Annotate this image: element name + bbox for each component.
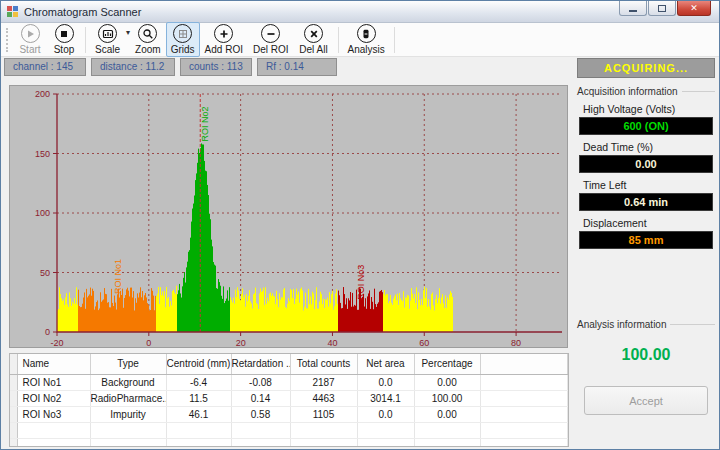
app-icon: [7, 6, 19, 18]
col-name[interactable]: Name: [17, 354, 90, 374]
svg-text:80: 80: [511, 338, 521, 347]
table-row[interactable]: ROI No2 RadioPharmace... 11.5 0.14 4463 …: [10, 390, 568, 406]
minimize-button[interactable]: [619, 1, 647, 16]
add-roi-button[interactable]: Add ROI: [200, 22, 248, 57]
del-all-button[interactable]: Del All: [294, 22, 334, 57]
svg-text:200: 200: [35, 89, 50, 99]
stop-icon: [55, 24, 74, 43]
zoom-icon: [138, 24, 157, 43]
col-total-counts[interactable]: Total counts: [290, 354, 357, 374]
col-type[interactable]: Type: [90, 354, 166, 374]
analysis-icon: [357, 24, 376, 43]
right-panel: ACQUIRING... Acquisition information Hig…: [575, 57, 717, 449]
distance-readout: distance : 11.2: [91, 58, 175, 76]
close-icon: ✕: [690, 3, 698, 13]
svg-text:40: 40: [327, 338, 337, 347]
svg-text:-20: -20: [50, 338, 63, 347]
svg-text:100: 100: [35, 208, 50, 218]
add-roi-icon: [214, 24, 233, 43]
col-centroid[interactable]: Centroid (mm): [166, 354, 231, 374]
status-row: channel : 145 distance : 11.2 counts : 1…: [4, 58, 337, 76]
acquisition-group-title: Acquisition information: [577, 86, 715, 97]
high-voltage-label: High Voltage (Volts): [583, 103, 717, 115]
scale-button[interactable]: Scale: [90, 22, 125, 57]
toolbar-separator: [338, 27, 339, 53]
toolbar-grip[interactable]: [6, 28, 9, 52]
maximize-icon: [658, 5, 666, 12]
svg-text:ROI No2: ROI No2: [200, 107, 210, 142]
start-button[interactable]: Start: [13, 22, 47, 57]
col-net-area[interactable]: Net area: [357, 354, 414, 374]
chromatogram-panel: 050100150200-20020406080Distance (mm)ROI…: [9, 85, 568, 348]
svg-text:60: 60: [419, 338, 429, 347]
displacement-value: 85 mm: [579, 231, 713, 249]
roi-table: Name Type Centroid (mm) Retardation ... …: [10, 354, 568, 447]
scale-icon: [98, 24, 117, 43]
maximize-button[interactable]: [648, 1, 676, 16]
displacement-label: Displacement: [583, 217, 717, 229]
analysis-button[interactable]: Analysis: [343, 22, 390, 57]
col-retardation[interactable]: Retardation ...: [231, 354, 290, 374]
table-empty-row: [10, 422, 568, 438]
grids-button[interactable]: Grids: [166, 22, 200, 57]
table-row[interactable]: ROI No3 Impurity 46.1 0.58 1105 0.0 0.00: [10, 406, 568, 422]
analysis-group-title: Analysis information: [577, 319, 715, 330]
svg-text:20: 20: [236, 338, 246, 347]
channel-readout: channel : 145: [4, 58, 86, 76]
minimize-icon: [629, 10, 637, 12]
del-roi-icon: [261, 24, 280, 43]
svg-text:ROI No3: ROI No3: [356, 265, 366, 300]
zoom-button[interactable]: Zoom: [130, 22, 166, 57]
toolbar-separator: [85, 27, 86, 53]
high-voltage-value: 600 (ON): [579, 117, 713, 135]
roi-table-panel: Name Type Centroid (mm) Retardation ... …: [9, 353, 569, 447]
toolbar: Start Stop Scale ▾: [1, 23, 719, 57]
svg-text:0: 0: [45, 327, 50, 337]
chromatogram-chart[interactable]: 050100150200-20020406080Distance (mm)ROI…: [10, 86, 567, 347]
time-left-value: 0.64 min: [579, 193, 713, 211]
col-filler: [480, 354, 568, 374]
grids-icon: [173, 24, 192, 43]
acquiring-status-badge: ACQUIRING...: [577, 58, 715, 78]
del-all-icon: [304, 24, 323, 43]
titlebar[interactable]: Chromatogram Scanner ✕: [1, 1, 719, 23]
time-left-label: Time Left: [583, 179, 717, 191]
toolbar-separator: [394, 27, 395, 53]
close-button[interactable]: ✕: [677, 1, 711, 16]
svg-text:50: 50: [40, 268, 50, 278]
col-percentage[interactable]: Percentage: [414, 354, 480, 374]
svg-text:0: 0: [146, 338, 151, 347]
svg-text:150: 150: [35, 149, 50, 159]
window-title: Chromatogram Scanner: [24, 6, 141, 18]
counts-readout: counts : 113: [180, 58, 252, 76]
dead-time-label: Dead Time (%): [583, 141, 717, 153]
play-icon: [21, 24, 40, 43]
table-header-row: Name Type Centroid (mm) Retardation ... …: [10, 354, 568, 374]
stop-button[interactable]: Stop: [47, 22, 81, 57]
accept-button[interactable]: Accept: [584, 386, 708, 415]
rf-readout: Rf : 0.14: [257, 58, 337, 76]
svg-text:ROI No1: ROI No1: [113, 259, 123, 294]
table-empty-row: [10, 438, 568, 447]
del-roi-button[interactable]: Del ROI: [248, 22, 294, 57]
analysis-percentage-value: 100.00: [575, 346, 717, 364]
app-window: Chromatogram Scanner ✕ Start Stop: [0, 0, 720, 450]
table-row[interactable]: ROI No1 Background -6.4 -0.08 2187 0.0 0…: [10, 374, 568, 390]
dead-time-value: 0.00: [579, 155, 713, 173]
